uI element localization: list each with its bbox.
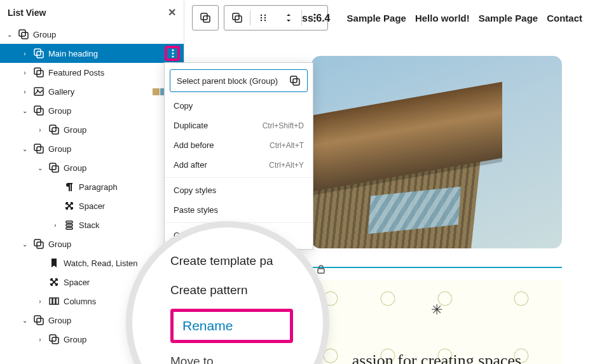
gallery-icon (33, 86, 44, 97)
group-icon (33, 143, 44, 154)
tree-item-label: Gallery (48, 87, 149, 97)
tree-item-label: Featured Posts (48, 68, 180, 78)
menu-create-template-part[interactable]: Create template pa (170, 246, 304, 276)
toggle-icon[interactable]: › (20, 69, 29, 76)
menu-move-to[interactable]: Move to (170, 343, 304, 364)
toggle-icon[interactable]: › (20, 50, 29, 57)
block-context-menu: Select parent block (Group) CopyDuplicat… (164, 62, 313, 250)
group-icon (33, 314, 44, 326)
lock-icon (315, 264, 327, 275)
menu-copy-styles[interactable]: Copy styles (165, 180, 313, 200)
nav-link[interactable]: Contact (547, 13, 582, 24)
paragraph-icon (64, 181, 75, 192)
move-buttons[interactable] (276, 6, 301, 30)
tree-item-main-heading[interactable]: ›Main heading (0, 44, 184, 63)
nav-link[interactable]: Hello world! (415, 13, 470, 24)
close-icon[interactable]: ✕ (168, 6, 176, 18)
group-icon (33, 105, 44, 116)
toggle-icon[interactable]: ⌄ (5, 31, 14, 38)
select-parent-block[interactable]: Select parent block (Group) (170, 69, 308, 92)
row-options-button[interactable] (165, 46, 180, 61)
tree-item-label: Group (48, 106, 180, 116)
star-decoration: ✳ (431, 302, 442, 318)
bookmark-icon (48, 257, 60, 269)
group-icon (289, 75, 301, 86)
tree-item-group[interactable]: ⌄Group (0, 158, 184, 177)
menu-add-after[interactable]: Add afterCtrl+Alt+Y (165, 155, 313, 175)
tree-item-group[interactable]: ›Featured Posts (0, 63, 184, 82)
list-view-title: List View (8, 8, 46, 18)
toggle-icon[interactable]: ⌄ (20, 241, 29, 248)
tree-item-label: Group (64, 125, 180, 135)
tree-item-group[interactable]: ⌄Group (0, 25, 184, 44)
tree-item-stack[interactable]: ›Stack (0, 215, 184, 234)
toggle-icon[interactable]: ⌄ (36, 165, 44, 172)
tree-item-gallery[interactable]: ›Gallery (0, 82, 184, 101)
toggle-icon[interactable]: ⌄ (20, 317, 29, 324)
group-icon (33, 238, 44, 250)
tree-item-label: Group (48, 239, 180, 249)
tree-item-spacer[interactable]: Spacer (0, 196, 184, 215)
toggle-icon[interactable]: › (51, 222, 60, 229)
toggle-icon[interactable]: ⌄ (20, 107, 29, 114)
tree-item-group[interactable]: ⌄Group (0, 234, 184, 253)
site-title-fragment: ss 6.4 (302, 13, 330, 24)
tree-item-paragraph[interactable]: Paragraph (0, 177, 184, 196)
select-parent-button[interactable] (224, 6, 250, 30)
tree-item-label: Group (64, 163, 180, 173)
group-icon (48, 124, 60, 135)
menu-add-before[interactable]: Add beforeCtrl+Alt+T (165, 135, 313, 155)
site-nav: Sample Page Hello world! Sample Page Con… (347, 13, 582, 24)
toggle-icon[interactable]: › (20, 88, 29, 95)
menu-rename[interactable]: Rename (170, 309, 293, 343)
divider (311, 267, 562, 268)
tree-item-group[interactable]: ⌄Group (0, 101, 184, 120)
toggle-icon[interactable]: › (36, 336, 44, 343)
menu-create-pattern[interactable]: Create pattern (170, 276, 304, 305)
tree-item-group[interactable]: ›Group (0, 120, 184, 139)
block-type-button[interactable] (193, 6, 218, 30)
toggle-icon[interactable]: › (36, 126, 44, 133)
nav-link[interactable]: Sample Page (479, 13, 538, 24)
group-icon (48, 334, 60, 345)
menu-paste-styles[interactable]: Paste styles (165, 200, 313, 220)
spacer-icon (48, 276, 60, 288)
group-icon (18, 29, 29, 40)
tree-item-group[interactable]: ⌄Group (0, 139, 184, 158)
nav-link[interactable]: Sample Page (347, 13, 406, 24)
toggle-icon[interactable]: ⌄ (20, 145, 29, 152)
tree-item-label: Group (33, 30, 180, 39)
columns-icon (48, 295, 60, 307)
tagline-text: assion for creating spaces (352, 351, 521, 364)
main-heading-icon (33, 48, 44, 59)
toggle-icon[interactable]: › (36, 298, 44, 305)
group-icon (33, 67, 44, 78)
tree-item-label: Main heading (48, 49, 161, 58)
drag-handle[interactable] (250, 6, 276, 30)
menu-copy[interactable]: Copy (165, 96, 313, 116)
spacer-icon (64, 200, 75, 212)
pattern-section: ✳ assion for creating spaces (311, 280, 562, 364)
stack-icon (64, 219, 75, 231)
group-icon (48, 162, 60, 173)
menu-duplicate[interactable]: DuplicateCtrl+Shift+D (165, 116, 313, 135)
tree-item-label: Group (48, 144, 180, 154)
hero-image (311, 56, 562, 248)
